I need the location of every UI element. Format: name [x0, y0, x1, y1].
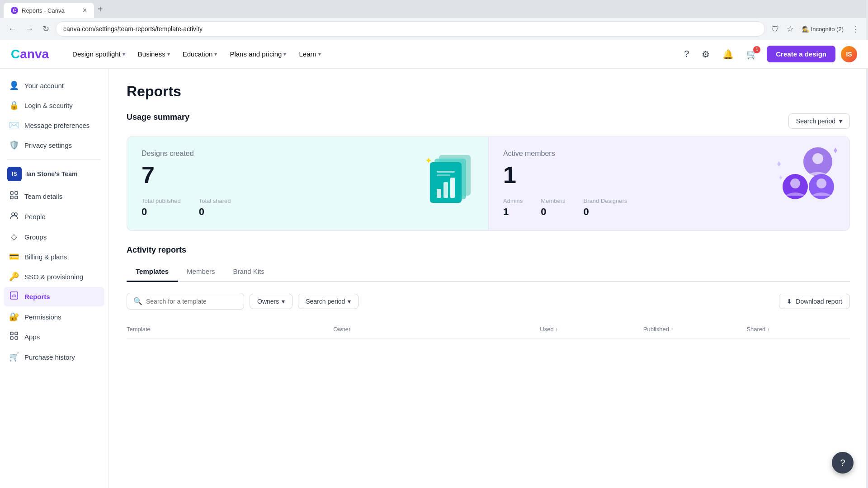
new-tab-button[interactable]: +: [94, 2, 107, 16]
members-value: 0: [541, 206, 565, 218]
sidebar-item-login-security[interactable]: 🔒 Login & security: [4, 96, 104, 115]
page-title: Reports: [127, 83, 850, 100]
top-navigation: Canva Design spotlight ▾ Business ▾ Educ…: [0, 40, 868, 69]
chevron-down-icon: ▾: [214, 51, 217, 57]
tab-templates[interactable]: Templates: [127, 262, 178, 282]
template-search-box[interactable]: 🔍: [127, 293, 244, 310]
admins-stat: Admins 1: [503, 197, 523, 218]
browser-actions: 🛡 ☆ 🕵️ Incognito (2) ⋮: [769, 21, 863, 37]
chevron-down-icon: ▾: [123, 51, 125, 57]
nav-plans-label: Plans and pricing: [230, 50, 282, 58]
back-button[interactable]: ←: [5, 22, 19, 37]
sidebar-item-privacy-settings[interactable]: 🛡️ Privacy settings: [4, 136, 104, 155]
sidebar: 👤 Your account 🔒 Login & security ✉️ Mes…: [0, 69, 108, 488]
filters-bar: 🔍 Owners ▾ Search period ▾ ⬇ Download re…: [127, 293, 850, 310]
brand-designers-label: Brand Designers: [584, 197, 627, 204]
chevron-down-icon: ▾: [348, 298, 351, 305]
owners-filter-button[interactable]: Owners ▾: [250, 294, 292, 309]
th-used-label: Used: [540, 326, 553, 333]
svg-point-22: [790, 178, 800, 188]
designs-illustration: [414, 146, 477, 209]
settings-button[interactable]: ⚙: [698, 45, 713, 63]
chevron-down-icon: ▾: [283, 51, 286, 57]
chevron-down-icon: ▾: [167, 51, 170, 57]
sidebar-item-your-account[interactable]: 👤 Your account: [4, 76, 104, 95]
url-bar[interactable]: canva.com/settings/team-reports/template…: [56, 21, 765, 37]
sidebar-item-label: Message preferences: [24, 122, 90, 129]
nav-education-label: Education: [183, 50, 213, 58]
sidebar-item-permissions[interactable]: 🔐 Permissions: [4, 307, 104, 326]
svg-point-5: [14, 213, 17, 216]
reload-button[interactable]: ↻: [40, 21, 52, 37]
download-report-button[interactable]: ⬇ Download report: [779, 294, 850, 309]
download-btn-label: Download report: [796, 298, 842, 305]
tab-members[interactable]: Members: [178, 262, 224, 282]
nav-education[interactable]: Education ▾: [177, 47, 223, 61]
reports-icon: [9, 291, 19, 302]
svg-rect-18: [437, 174, 450, 176]
sort-icon: ↑: [767, 327, 770, 332]
help-icon: ?: [840, 458, 845, 468]
th-template[interactable]: Template: [127, 326, 333, 333]
sidebar-item-purchase-history[interactable]: 🛒 Purchase history: [4, 347, 104, 366]
nav-menu: Design spotlight ▾ Business ▾ Education …: [67, 47, 670, 61]
sidebar-item-message-preferences[interactable]: ✉️ Message preferences: [4, 116, 104, 135]
nav-business[interactable]: Business ▾: [132, 47, 175, 61]
th-shared[interactable]: Shared ↑: [746, 326, 850, 333]
help-fab-button[interactable]: ?: [832, 452, 854, 474]
cart-button[interactable]: 🛒 1: [743, 45, 761, 63]
active-tab[interactable]: C Reports - Canva ×: [4, 3, 94, 18]
tab-brand-kits[interactable]: Brand Kits: [224, 262, 274, 282]
mail-icon: ✉️: [9, 120, 19, 130]
url-text: canva.com/settings/team-reports/template…: [63, 25, 757, 33]
canva-logo[interactable]: Canva: [11, 47, 49, 61]
sidebar-item-label: Your account: [24, 82, 64, 89]
svg-point-24: [816, 178, 826, 188]
incognito-button[interactable]: 🕵️ Incognito (2): [798, 24, 847, 34]
sidebar-item-people[interactable]: People: [4, 207, 104, 226]
sidebar-item-label: Apps: [24, 333, 40, 341]
table-header: Template Owner Used ↑ Published ↑ Shared: [127, 320, 850, 338]
sidebar-item-label: Privacy settings: [24, 141, 72, 149]
notifications-button[interactable]: 🔔: [719, 45, 737, 63]
search-period-filter-button[interactable]: Search period ▾: [298, 294, 359, 309]
tab-close-button[interactable]: ×: [83, 6, 87, 14]
svg-rect-7: [10, 332, 13, 335]
brand-designers-value: 0: [584, 206, 627, 218]
create-design-button[interactable]: Create a design: [767, 46, 835, 62]
usage-summary-header: Usage summary Search period ▾: [127, 113, 850, 129]
th-published[interactable]: Published ↑: [643, 326, 747, 333]
nav-plans-pricing[interactable]: Plans and pricing ▾: [224, 47, 292, 61]
sidebar-item-billing-plans[interactable]: 💳 Billing & plans: [4, 247, 104, 266]
chevron-down-icon: ▾: [839, 117, 842, 125]
search-period-button[interactable]: Search period ▾: [788, 113, 850, 129]
nav-learn[interactable]: Learn ▾: [293, 47, 326, 61]
total-published-value: 0: [142, 206, 181, 218]
sidebar-item-reports[interactable]: Reports: [4, 287, 104, 306]
help-button[interactable]: ?: [680, 45, 693, 63]
address-bar: ← → ↻ canva.com/settings/team-reports/te…: [0, 18, 868, 40]
nav-right-actions: ? ⚙ 🔔 🛒 1 Create a design IS: [680, 45, 857, 63]
th-owner[interactable]: Owner: [333, 326, 540, 333]
sidebar-item-team-details[interactable]: Team details: [4, 187, 104, 206]
user-avatar[interactable]: IS: [841, 46, 857, 62]
sidebar-team-section: Team details People ◇ Groups 💳: [0, 187, 108, 367]
sidebar-item-groups[interactable]: ◇ Groups: [4, 227, 104, 246]
forward-button[interactable]: →: [23, 22, 36, 37]
billing-icon: 💳: [9, 252, 19, 262]
settings-icon: [9, 191, 19, 202]
nav-design-spotlight[interactable]: Design spotlight ▾: [67, 47, 131, 61]
shield-button[interactable]: 🛡: [769, 22, 782, 37]
bookmark-button[interactable]: ☆: [784, 21, 797, 37]
shield-icon: 🛡️: [9, 140, 19, 150]
sidebar-item-sso-provisioning[interactable]: 🔑 SSO & provisioning: [4, 267, 104, 286]
menu-button[interactable]: ⋮: [849, 21, 863, 37]
svg-rect-16: [450, 178, 455, 198]
search-input[interactable]: [146, 298, 237, 305]
permissions-icon: 🔐: [9, 312, 19, 322]
summary-cards: Designs created 7 Total published 0 Tota…: [127, 136, 850, 231]
sidebar-item-apps[interactable]: Apps: [4, 327, 104, 347]
total-published-label: Total published: [142, 197, 181, 204]
th-used[interactable]: Used ↑: [540, 326, 643, 333]
sidebar-divider: [7, 159, 101, 160]
